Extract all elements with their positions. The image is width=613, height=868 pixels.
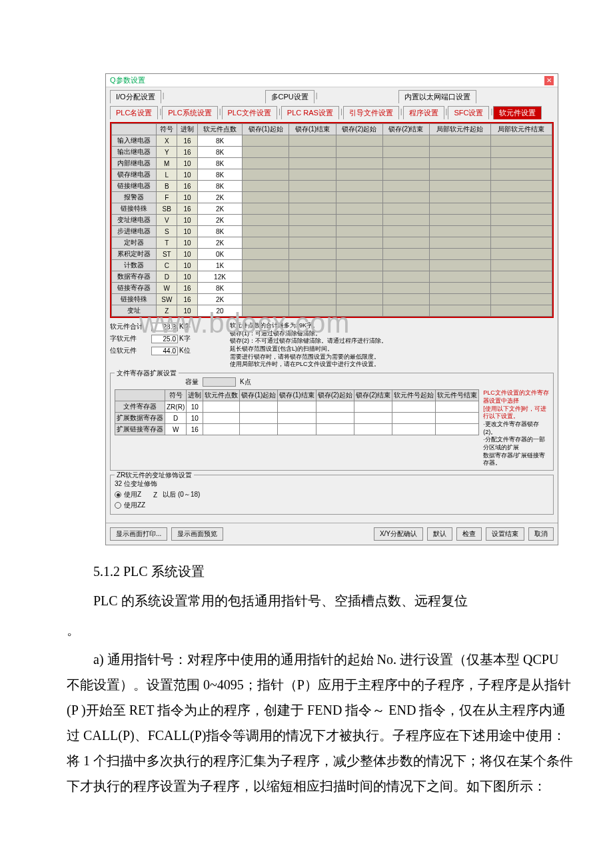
cell[interactable] [490, 192, 552, 203]
cell[interactable] [336, 215, 382, 226]
cell[interactable] [336, 181, 382, 192]
cell[interactable] [203, 424, 240, 435]
cell[interactable] [336, 294, 382, 305]
cell[interactable] [289, 181, 336, 192]
radio-icon[interactable] [115, 491, 121, 498]
cell[interactable] [382, 181, 429, 192]
cell[interactable] [429, 215, 490, 226]
tab-device[interactable]: 软元件设置 [493, 106, 542, 119]
cell[interactable] [392, 424, 436, 435]
cell[interactable] [243, 135, 289, 147]
cell[interactable] [490, 249, 552, 260]
default-button[interactable]: 默认 [427, 527, 452, 541]
cell[interactable] [316, 424, 354, 435]
cell[interactable] [490, 294, 552, 305]
cell[interactable] [316, 413, 354, 424]
cell[interactable] [336, 305, 382, 317]
tab-ethernet[interactable]: 内置以太网端口设置 [398, 90, 476, 103]
tab-multicpu[interactable]: 多CPU设置 [265, 90, 314, 103]
row-pts[interactable]: 2K [197, 215, 242, 226]
cell[interactable] [243, 260, 289, 271]
cell[interactable] [243, 305, 289, 317]
cell[interactable] [336, 158, 382, 169]
cell[interactable] [429, 181, 490, 192]
cell[interactable] [429, 271, 490, 283]
cell[interactable] [336, 237, 382, 249]
cell[interactable] [382, 294, 429, 305]
cell[interactable] [289, 294, 336, 305]
cell[interactable] [429, 249, 490, 260]
cell[interactable] [382, 135, 429, 147]
cell[interactable] [289, 283, 336, 294]
cell[interactable] [203, 401, 240, 413]
cell[interactable] [278, 413, 316, 424]
cell[interactable] [336, 283, 382, 294]
capacity-input[interactable] [203, 377, 236, 387]
cell[interactable] [490, 215, 552, 226]
cell[interactable] [429, 260, 490, 271]
cell[interactable] [490, 147, 552, 158]
cell[interactable] [382, 305, 429, 317]
cell[interactable] [382, 192, 429, 203]
row-pts[interactable]: 8K [197, 135, 242, 147]
xy-confirm-button[interactable]: X/Y分配确认 [374, 527, 423, 541]
cell[interactable] [382, 271, 429, 283]
cell[interactable] [429, 237, 490, 249]
tab-io[interactable]: I/O分配设置 [110, 90, 161, 103]
cell[interactable] [336, 249, 382, 260]
row-pts[interactable]: 8K [197, 283, 242, 294]
tab-plcsystem[interactable]: PLC系统设置 [162, 106, 217, 119]
cell[interactable] [490, 158, 552, 169]
close-icon[interactable]: ✕ [544, 76, 554, 85]
cell[interactable] [382, 237, 429, 249]
cell[interactable] [336, 260, 382, 271]
cell[interactable] [382, 249, 429, 260]
radio-use-zz[interactable]: 使用ZZ [115, 501, 549, 510]
cell[interactable] [243, 283, 289, 294]
cell[interactable] [336, 169, 382, 181]
cell[interactable] [429, 294, 490, 305]
cell[interactable] [490, 271, 552, 283]
cell[interactable] [490, 169, 552, 181]
row-pts[interactable]: 2K [197, 294, 242, 305]
cell[interactable] [289, 158, 336, 169]
cell[interactable] [289, 169, 336, 181]
row-pts[interactable]: 8K [197, 158, 242, 169]
cell[interactable] [289, 147, 336, 158]
cell[interactable] [490, 135, 552, 147]
cell[interactable] [289, 305, 336, 317]
cancel-button[interactable]: 取消 [528, 527, 554, 541]
cell[interactable] [278, 424, 316, 435]
cell[interactable] [243, 237, 289, 249]
cell[interactable] [490, 203, 552, 215]
cell[interactable] [429, 158, 490, 169]
cell[interactable] [436, 401, 479, 413]
cell[interactable] [382, 147, 429, 158]
row-pts[interactable]: 0K [197, 249, 242, 260]
cell[interactable] [382, 203, 429, 215]
cell[interactable] [490, 237, 552, 249]
cell[interactable] [243, 249, 289, 260]
preview-button[interactable]: 显示画面预览 [171, 527, 223, 541]
radio-use-z[interactable]: 使用Z Z 以后 (0～18) [115, 490, 549, 499]
cell[interactable] [240, 401, 278, 413]
cell[interactable] [429, 169, 490, 181]
radio-icon[interactable] [115, 502, 121, 509]
cell[interactable] [382, 158, 429, 169]
cell[interactable] [490, 305, 552, 317]
cell[interactable] [436, 413, 479, 424]
cell[interactable] [336, 226, 382, 237]
cell[interactable] [289, 135, 336, 147]
cell[interactable] [336, 203, 382, 215]
cell[interactable] [243, 181, 289, 192]
tab-plcname[interactable]: PLC名设置 [110, 106, 158, 119]
cell[interactable] [243, 158, 289, 169]
cell[interactable] [490, 283, 552, 294]
cell[interactable] [243, 192, 289, 203]
cell[interactable] [336, 271, 382, 283]
check-button[interactable]: 检查 [456, 527, 482, 541]
row-pts[interactable]: 8K [197, 169, 242, 181]
row-pts[interactable]: 20 [197, 305, 242, 317]
cell[interactable] [436, 424, 479, 435]
cell[interactable] [429, 305, 490, 317]
